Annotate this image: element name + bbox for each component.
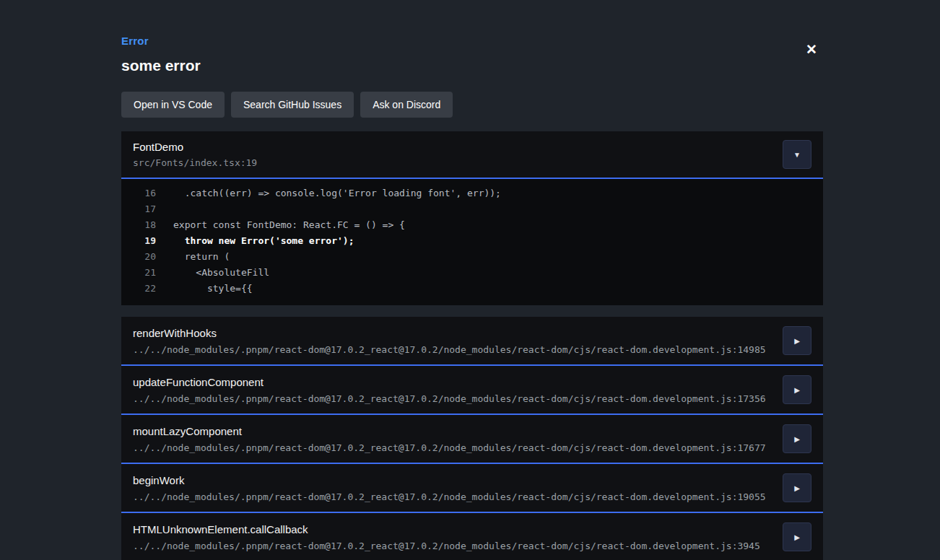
error-kicker: Error	[121, 35, 823, 47]
frame-info: mountLazyComponent../../node_modules/.pn…	[133, 425, 766, 453]
code-line: 21 <AbsoluteFill	[121, 265, 823, 281]
frame-name: updateFunctionComponent	[133, 376, 766, 388]
code-line: 19 throw new Error('some error');	[121, 233, 823, 249]
code-line: 22 style={{	[121, 281, 823, 297]
frame-name: mountLazyComponent	[133, 425, 766, 437]
error-message: some error	[121, 57, 823, 74]
caret-right-icon: ▶	[794, 386, 800, 394]
frame-path: ../../node_modules/.pnpm/react-dom@17.0.…	[133, 541, 760, 551]
frame-info: HTMLUnknownElement.callCallback../../nod…	[133, 523, 760, 551]
line-number: 17	[121, 201, 156, 217]
line-text: return (	[173, 249, 230, 265]
action-button-search-github-issues[interactable]: Search GitHub Issues	[231, 92, 354, 118]
error-overlay-content: Error some error Open in VS CodeSearch G…	[121, 35, 823, 560]
action-button-ask-on-discord[interactable]: Ask on Discord	[360, 92, 453, 118]
stack-frame-row: renderWithHooks../../node_modules/.pnpm/…	[121, 317, 823, 366]
stack-frames-list: renderWithHooks../../node_modules/.pnpm/…	[121, 317, 823, 560]
frame-path: ../../node_modules/.pnpm/react-dom@17.0.…	[133, 393, 766, 404]
line-text: <AbsoluteFill	[173, 265, 269, 281]
collapse-frame-button[interactable]: ▼	[783, 140, 811, 169]
code-line: 17	[121, 201, 823, 217]
stack-panel-title: FontDemo	[133, 141, 257, 153]
stack-frame-row: mountLazyComponent../../node_modules/.pn…	[121, 415, 823, 464]
error-overlay: { "page": { "background": "#1f242b", "ac…	[0, 0, 940, 560]
frame-info: renderWithHooks../../node_modules/.pnpm/…	[133, 327, 766, 355]
code-line: 16 .catch((err) => console.log('Error lo…	[121, 185, 823, 201]
action-button-open-in-vs-code[interactable]: Open in VS Code	[121, 92, 225, 118]
stack-frame-row: HTMLUnknownElement.callCallback../../nod…	[121, 513, 823, 560]
frame-expand-button[interactable]: ▶	[783, 522, 811, 551]
caret-right-icon: ▶	[794, 533, 800, 541]
line-text: throw new Error('some error');	[173, 233, 354, 249]
stack-frame-row: beginWork../../node_modules/.pnpm/react-…	[121, 464, 823, 513]
line-number: 22	[121, 281, 156, 297]
line-text: style={{	[173, 281, 253, 297]
frame-info: beginWork../../node_modules/.pnpm/react-…	[133, 474, 766, 502]
frame-expand-button[interactable]: ▶	[783, 375, 811, 404]
stack-frame-row: updateFunctionComponent../../node_module…	[121, 366, 823, 415]
stack-panel-header-text: FontDemo src/Fonts/index.tsx:19	[133, 141, 257, 168]
frame-name: renderWithHooks	[133, 327, 766, 339]
frame-name: beginWork	[133, 474, 766, 486]
frame-path: ../../node_modules/.pnpm/react-dom@17.0.…	[133, 491, 766, 502]
line-number: 18	[121, 217, 156, 233]
line-number: 19	[121, 233, 156, 249]
stack-panel-header: FontDemo src/Fonts/index.tsx:19 ▼	[121, 131, 823, 179]
line-number: 16	[121, 185, 156, 201]
frame-expand-button[interactable]: ▶	[783, 326, 811, 355]
line-number: 21	[121, 265, 156, 281]
code-line: 20 return (	[121, 249, 823, 265]
frame-expand-button[interactable]: ▶	[783, 424, 811, 453]
stack-panel: FontDemo src/Fonts/index.tsx:19 ▼ 16 .ca…	[121, 131, 823, 305]
caret-right-icon: ▶	[794, 435, 800, 443]
line-text: .catch((err) => console.log('Error loadi…	[173, 185, 501, 201]
frame-expand-button[interactable]: ▶	[783, 473, 811, 502]
code-block: 16 .catch((err) => console.log('Error lo…	[121, 179, 823, 305]
caret-right-icon: ▶	[794, 484, 800, 492]
stack-panel-location: src/Fonts/index.tsx:19	[133, 157, 257, 168]
line-number: 20	[121, 249, 156, 265]
frame-name: HTMLUnknownElement.callCallback	[133, 523, 760, 535]
frame-info: updateFunctionComponent../../node_module…	[133, 376, 766, 404]
caret-right-icon: ▶	[794, 337, 800, 345]
code-line: 18export const FontDemo: React.FC = () =…	[121, 217, 823, 233]
frame-path: ../../node_modules/.pnpm/react-dom@17.0.…	[133, 442, 766, 453]
frame-path: ../../node_modules/.pnpm/react-dom@17.0.…	[133, 344, 766, 355]
action-buttons-row: Open in VS CodeSearch GitHub IssuesAsk o…	[121, 92, 823, 118]
chevron-down-icon: ▼	[793, 151, 801, 159]
line-text: export const FontDemo: React.FC = () => …	[173, 217, 405, 233]
